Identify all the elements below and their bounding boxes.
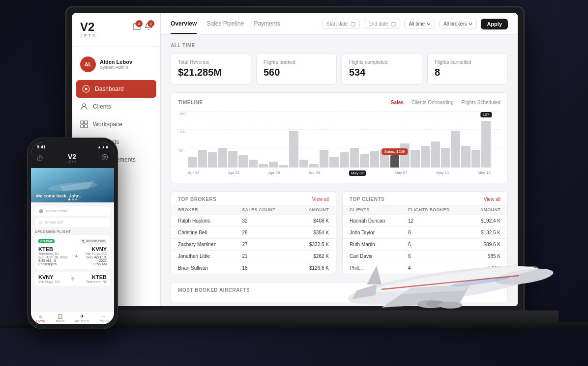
flight-from-city: Teterboro, NJ [38,252,74,255]
broker-name-1: Christine Bell [171,227,235,239]
chart-bar-24 [431,141,440,168]
chart-bar-8 [269,162,278,168]
phone-flight-card-2: KVNY Van Nuys, CA ✈ KTEB Teterboro, NJ [35,272,110,286]
broker-row-2: Zachary Martinez 27 $332.5 K [171,239,336,251]
phone-upcoming-section: UPCOMING FLIGHT ON TIME ROUND TRIP [35,230,110,286]
chart-bar-13 [320,150,329,168]
stats-section-title: ALL TIME [171,43,508,48]
flight2-to-code: KTEB [86,274,107,280]
phone-search-from[interactable]: ⬤ Where from? [35,206,110,216]
chart-bar-20: Sales: $20K [390,155,400,168]
client-flights-0: 12 [401,215,467,227]
broker-name-2: Zachary Martinez [171,239,235,251]
top-clients-title: TOP CLIENTS [350,197,384,202]
timeline-tab-sales[interactable]: Sales [391,100,404,105]
tab-sales-pipeline[interactable]: Sales Pipeline [206,14,244,34]
chart-bar-29: 107 [481,121,491,168]
top-clients-view-all[interactable]: View all [484,197,500,202]
sidebar-item-clients[interactable]: Clients [72,98,160,115]
phone-nav-home-label: HOME [36,319,45,322]
timeline-tab-flights[interactable]: Flights Scheduled [462,100,501,105]
user-name: Alden Lebov [100,59,132,65]
flight-from-time: 9:45 AM - 8 Passengers [38,259,74,266]
clients-col-amount: AMOUNT [467,205,507,215]
stat-flights-booked: Flights booked 560 [256,53,337,84]
timeline-section: TIMELINE Sales Clients Onboarding Flight… [171,92,508,183]
top-brokers-table: BROKER SALES COUNT AMOUNT Ralph Hopkins … [171,205,336,274]
phone-nav-trips[interactable]: ✈ MY TRIPS [75,313,89,322]
broker-name-0: Ralph Hopkins [171,215,235,227]
notification-calendar-icon[interactable]: 2 [133,22,141,32]
start-date-input[interactable]: Start date [322,19,360,29]
phone-dot-2 [72,198,74,200]
broker-amount-4: $126.6 K [294,262,336,274]
book-icon: 📋 [57,313,63,319]
notification-bell-icon[interactable]: 1 [145,22,152,32]
flight2-from-city: Van Nuys, CA [38,280,59,283]
user-role: System Admin [100,65,132,70]
top-brokers-view-all[interactable]: View all [312,197,329,202]
all-time-select[interactable]: All time [404,19,435,29]
end-date-input[interactable]: End date [364,19,400,29]
x-label-may02: May 02 [349,170,366,176]
brokers-col-amount: AMOUNT [294,205,336,215]
search-from-icon: ⬤ [39,209,43,213]
chart-bar-0 [188,157,197,168]
round-trip-badge: ROUND TRIP [80,239,107,244]
jet-overlay [332,231,559,341]
apply-button[interactable]: Apply [481,19,508,29]
sidebar-label-workspace: Workspace [93,121,122,128]
phone-menu-icon[interactable] [101,154,108,163]
where-from-label: Where from? [46,209,68,213]
broker-name-3: Jonathan Little [171,251,235,262]
broker-row-0: Ralph Hopkins 32 $408 K [171,215,336,227]
timeline-tab-clients[interactable]: Clients Onboarding [412,100,454,105]
broker-sales-0: 32 [235,215,294,227]
tab-payments[interactable]: Payments [254,14,280,34]
phone-nav-book-label: BOOK [56,319,64,322]
flight-arrow-icon: ✈ [74,253,78,259]
stat-label-revenue: Total Revenue [178,59,244,65]
x-label-apr29: Apr 29 [309,170,321,176]
phone-nav-more[interactable]: ⋯ MORE [100,313,109,322]
phone-search-to[interactable]: ◎ Where to? [35,218,110,227]
x-label-may07: May 07 [395,170,408,176]
stat-value-revenue: $21.285M [178,67,244,78]
top-brokers-section: TOP BROKERS View all BROKER SALES COUNT … [171,191,336,274]
chart-bar-4 [228,151,237,168]
logo-v2: V2 [80,21,97,33]
where-to-label: Where to? [45,220,63,225]
phone-header: V2 JETS [31,150,114,168]
nav-tabs: Overview Sales Pipeline Payments [171,14,310,34]
chart-bar-27 [461,146,470,168]
home-icon: ⌂ [39,313,42,319]
clients-col-name: CLIENTS [343,205,401,215]
chart-bar-21 [400,143,410,168]
chart-bar-15 [340,152,349,168]
phone-frame: 9:41 ▲ ● ■ V2 JETS [27,138,118,329]
chart-bar-16 [350,148,359,168]
phone-dot-1 [68,198,70,200]
all-brokers-select[interactable]: All brokers [439,19,477,29]
stat-total-revenue: Total Revenue $21.285M [171,53,251,84]
phone-nav-book[interactable]: 📋 BOOK [56,313,64,322]
sidebar-item-workspace[interactable]: Workspace [72,115,160,133]
phone-nav-more-label: MORE [100,319,109,322]
chart-bar-6 [249,160,258,168]
phone-screen: 9:41 ▲ ● ■ V2 JETS [31,142,114,324]
flight2-arrow: ✈ [71,276,75,282]
more-icon: ⋯ [102,313,107,319]
sidebar-logo: V2 JETS 2 [72,21,160,47]
phone-logo: V2 [67,153,77,160]
brokers-col-sales: SALES COUNT [235,205,294,215]
stat-flights-cancelled: Flights cancelled 8 [427,53,508,84]
x-label-apr21: Apr 21 [228,170,240,176]
broker-sales-4: 18 [235,262,294,274]
flight-to-city: Van Nuys, CA [78,252,107,255]
client-amount-0: $192.4 K [467,215,507,227]
sidebar-item-dashboard[interactable]: Dashboard [76,80,156,98]
chart-bar-18 [370,151,380,168]
tab-overview[interactable]: Overview [171,14,197,34]
phone-nav-home[interactable]: ⌂ HOME [36,313,45,322]
phone-container: 9:41 ▲ ● ■ V2 JETS [27,138,118,329]
